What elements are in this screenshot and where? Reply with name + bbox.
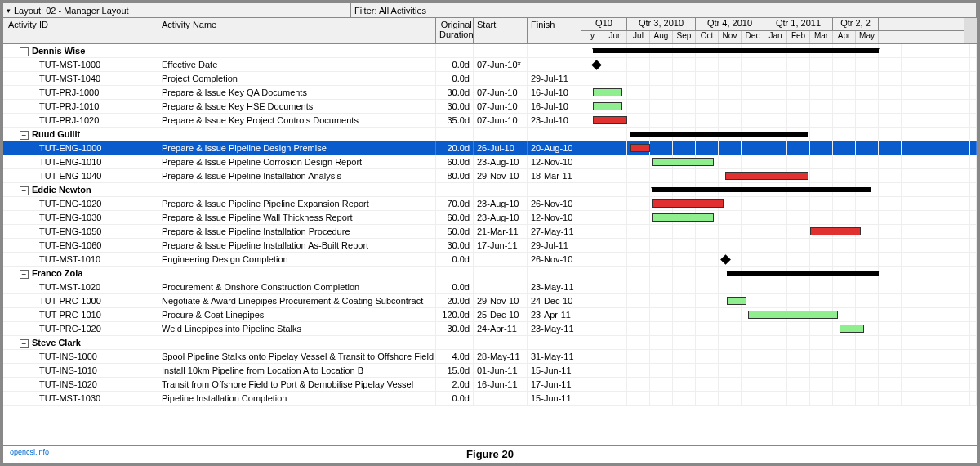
layout-selector[interactable]: ▾ Layout: 02 - Manager Layout (3, 3, 351, 17)
duration: 0.0d (436, 72, 474, 85)
duration: 60.0d (436, 155, 474, 168)
table-row[interactable]: TUT-MST-1000Effective Date0.0d07-Jun-10* (3, 58, 977, 72)
timeline-quarter: Qtr 2, 2 (833, 18, 879, 30)
activity-name: Procurement & Onshore Construction Compl… (158, 280, 436, 293)
group-row[interactable]: −Steve Clark (3, 336, 977, 350)
table-row[interactable]: TUT-PRJ-1020Prepare & Issue Key Project … (3, 114, 977, 128)
summary-bar[interactable] (652, 187, 871, 192)
table-row[interactable]: TUT-PRC-1010Procure & Coat Linepipes120.… (3, 308, 977, 322)
start-date (474, 253, 528, 266)
start-date: 21-Mar-11 (474, 225, 528, 238)
activity-id: TUT-ENG-1060 (3, 239, 158, 252)
gantt-bar[interactable] (630, 144, 650, 152)
table-row[interactable]: TUT-ENG-1030Prepare & Issue Pipeline Wal… (3, 211, 977, 225)
gantt-cell (581, 197, 977, 210)
table-row[interactable]: TUT-ENG-1040Prepare & Issue Pipeline Ins… (3, 169, 977, 183)
finish-date: 18-Mar-11 (528, 169, 581, 182)
milestone-marker[interactable] (591, 60, 602, 70)
table-row[interactable]: TUT-MST-1030Pipeline Installation Comple… (3, 392, 977, 406)
table-row[interactable]: TUT-PRC-1000Negotiate & Award Linepipes … (3, 294, 977, 308)
finish-date: 24-Dec-10 (528, 294, 581, 307)
header-activity-name[interactable]: Activity Name (158, 18, 436, 43)
activity-id: TUT-PRC-1020 (3, 322, 158, 335)
table-row[interactable]: TUT-PRC-1020Weld Linepipes into Pipeline… (3, 322, 977, 336)
gantt-bar[interactable] (652, 199, 724, 208)
gantt-bar[interactable] (748, 311, 838, 319)
start-date: 07-Jun-10 (474, 100, 528, 113)
group-row[interactable]: −Franco Zola (3, 267, 977, 280)
gantt-bar[interactable] (810, 227, 861, 235)
table-row[interactable]: TUT-ENG-1020Prepare & Issue Pipeline Pip… (3, 197, 977, 211)
table-row[interactable]: TUT-MST-1020Procurement & Onshore Constr… (3, 280, 977, 294)
header-duration[interactable]: Original Duration (436, 18, 474, 43)
activity-id: TUT-MST-1000 (3, 58, 158, 71)
gantt-cell (581, 239, 977, 252)
collapse-icon[interactable]: − (20, 339, 29, 348)
summary-bar[interactable] (630, 132, 808, 137)
timeline-month: May (856, 31, 879, 43)
activity-id: TUT-PRC-1010 (3, 308, 158, 321)
header-finish[interactable]: Finish (528, 18, 581, 43)
gantt-cell (581, 322, 977, 335)
group-row[interactable]: −Eddie Newton (3, 183, 977, 197)
table-row[interactable]: TUT-INS-1010Install 10km Pipeline from L… (3, 364, 977, 378)
summary-bar[interactable] (727, 271, 879, 276)
activity-name: Engineering Design Completion (158, 253, 436, 266)
collapse-icon[interactable]: − (20, 131, 29, 140)
header-activity-id[interactable]: Activity ID (3, 18, 158, 43)
table-row[interactable]: TUT-ENG-1050Prepare & Issue Pipeline Ins… (3, 225, 977, 239)
group-id-cell: −Franco Zola (3, 267, 158, 280)
gantt-bar[interactable] (652, 158, 714, 166)
gantt-bar[interactable] (593, 88, 622, 96)
table-row[interactable]: TUT-MST-1010Engineering Design Completio… (3, 253, 977, 267)
finish-date: 29-Jul-11 (528, 239, 581, 252)
collapse-icon[interactable]: − (20, 47, 29, 56)
table-row[interactable]: TUT-PRJ-1000Prepare & Issue Key QA Docum… (3, 86, 977, 100)
activity-name: Transit from Offshore Field to Port & De… (158, 378, 436, 391)
start-date: 01-Jun-11 (474, 364, 528, 377)
start-date (474, 280, 528, 293)
gantt-bar[interactable] (652, 213, 714, 222)
duration: 120.0d (436, 308, 474, 321)
gantt-cell (581, 350, 977, 363)
timeline-month: Jan (764, 31, 787, 43)
collapse-icon[interactable]: − (20, 186, 29, 195)
table-row[interactable]: TUT-INS-1000Spool Pipeline Stalks onto P… (3, 350, 977, 364)
cell (474, 183, 528, 196)
header-start[interactable]: Start (474, 18, 528, 43)
group-row[interactable]: −Ruud Gullit (3, 128, 977, 141)
activity-name: Install 10km Pipeline from Location A to… (158, 364, 436, 377)
cell (436, 44, 474, 57)
filter-selector[interactable]: Filter: All Activities (351, 3, 977, 17)
table-row[interactable]: TUT-ENG-1010Prepare & Issue Pipeline Cor… (3, 155, 977, 169)
group-row[interactable]: −Dennis Wise (3, 44, 977, 58)
gantt-cell (581, 128, 977, 141)
gantt-bar[interactable] (593, 116, 627, 124)
duration: 30.0d (436, 86, 474, 99)
cell (474, 44, 528, 57)
gantt-bar[interactable] (840, 325, 864, 333)
summary-bar[interactable] (593, 48, 879, 53)
table-row[interactable]: TUT-ENG-1060Prepare & Issue Pipeline Ins… (3, 239, 977, 253)
gantt-bar[interactable] (725, 172, 808, 180)
table-row[interactable]: TUT-INS-1020Transit from Offshore Field … (3, 378, 977, 392)
timeline-month: Jul (627, 31, 650, 43)
table-row[interactable]: TUT-MST-1040Project Completion0.0d29-Jul… (3, 72, 977, 86)
table-row[interactable]: TUT-ENG-1000Prepare & Issue Pipeline Des… (3, 141, 977, 155)
timeline-quarter: Qtr 1, 2011 (764, 18, 833, 30)
activity-name: Prepare & Issue Pipeline Corrosion Desig… (158, 155, 436, 168)
table-row[interactable]: TUT-PRJ-1010Prepare & Issue Key HSE Docu… (3, 100, 977, 114)
duration: 60.0d (436, 211, 474, 224)
activity-id: TUT-PRJ-1000 (3, 86, 158, 99)
gantt-bar[interactable] (593, 102, 622, 110)
activity-name: Prepare & Issue Key HSE Documents (158, 100, 436, 113)
gantt-cell (581, 114, 977, 127)
start-date (474, 72, 528, 85)
activity-name: Prepare & Issue Pipeline Installation An… (158, 169, 436, 182)
gantt-bar[interactable] (727, 297, 746, 305)
activity-name: Prepare & Issue Pipeline Design Premise (158, 141, 436, 155)
finish-date: 12-Nov-10 (528, 155, 581, 168)
gantt-cell (581, 294, 977, 307)
collapse-icon[interactable]: − (20, 270, 29, 279)
milestone-marker[interactable] (720, 254, 731, 265)
